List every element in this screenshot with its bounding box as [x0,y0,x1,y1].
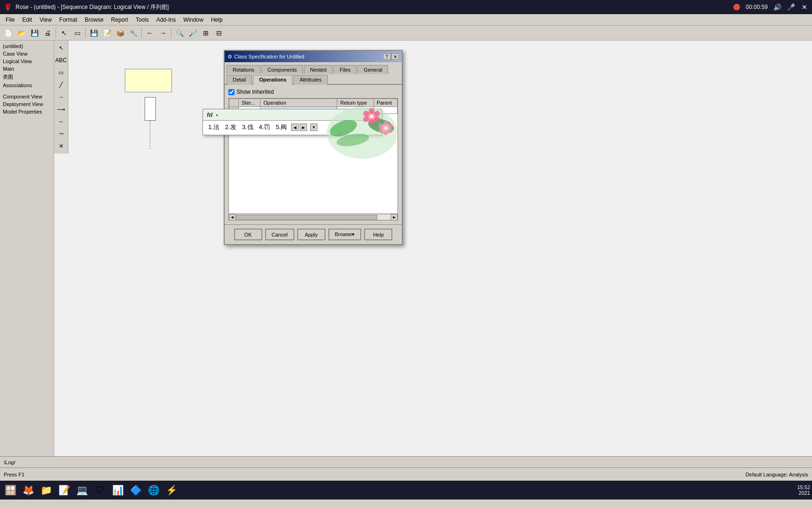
show-inherited-label: Show inherited [236,89,274,95]
left-panel: (untitled) Case View Logical View Main 类… [0,41,54,456]
tool-bidir[interactable]: ↔ [56,116,67,127]
close-button[interactable]: ✕ [801,3,808,11]
taskbar-app4[interactable]: 🔷 [127,482,144,499]
ok-button[interactable]: OK [234,229,262,240]
tool-rect[interactable]: ▭ [56,67,67,78]
toolbar-print[interactable]: 🖨 [41,27,54,39]
left-logical-view[interactable]: Logical View [0,57,54,65]
toolbar-forward[interactable]: → [157,27,169,39]
taskbar-folder[interactable]: 📁 [38,482,55,499]
toolbar-component[interactable]: 📦 [114,27,126,39]
dialog-help-btn[interactable]: ? [383,53,390,60]
left-main[interactable]: Main [0,65,54,73]
ac-prev-btn[interactable]: ◄ [291,123,299,131]
taskbar-app3[interactable]: 📊 [109,482,126,499]
tool-line[interactable]: ╱ [56,79,67,90]
audio-icon: 🔊 [773,3,781,11]
left-classdiag[interactable]: 类图 [0,73,54,82]
toolbar-back[interactable]: ← [144,27,156,39]
taskbar-word[interactable]: 📝 [56,482,73,499]
left-associations[interactable]: Associations [0,82,54,89]
ac-item-2[interactable]: 2.发 [224,123,238,132]
menu-format[interactable]: Format [56,16,81,24]
tab-nested[interactable]: Nested [304,65,333,74]
shape-yellow-rect[interactable] [125,69,172,92]
show-inherited-checkbox[interactable] [228,89,235,95]
tool-long-arrow[interactable]: ⟶ [56,104,67,115]
tab-relations[interactable]: Relations [227,65,260,74]
taskbar-app5[interactable]: 🌐 [145,482,162,499]
menu-browse[interactable]: Browse [81,16,107,24]
col-return-type[interactable]: Return type [337,99,374,107]
col-ster[interactable]: Ster... [239,99,260,107]
toolbar-new[interactable]: 📄 [2,27,14,39]
col-operation[interactable]: Operation [260,99,337,107]
left-case-view[interactable]: Case View [0,50,54,57]
tool-arrow[interactable]: → [56,91,67,103]
status-hint: Press F1 [4,472,24,477]
menu-file[interactable]: File [2,16,18,24]
scroll-left-arrow[interactable]: ◄ [229,214,235,221]
left-component-view[interactable]: Component View [0,93,54,100]
horizontal-scrollbar[interactable]: ◄ ► [229,213,398,220]
ac-item-4[interactable]: 4.罚 [258,123,272,132]
tool-delete[interactable]: ✕ [56,140,67,152]
taskbar-firefox[interactable]: 🦊 [20,482,37,499]
toolbar-more[interactable]: ⊟ [213,27,225,39]
tab-components[interactable]: Components [261,65,303,74]
menu-window[interactable]: Window [179,16,207,24]
toolbar-rect[interactable]: ▭ [71,27,83,39]
left-blank [0,89,54,93]
autocomplete-caret: ▸ [216,112,219,117]
dialog-close-btn[interactable]: ✕ [391,53,399,60]
main-layout: (untitled) Case View Logical View Main 类… [0,41,812,456]
toolbar-select[interactable]: ↖ [58,27,70,39]
scroll-right-arrow[interactable]: ► [391,214,398,221]
ac-dropdown-btn[interactable]: ▼ [310,123,317,131]
menu-edit[interactable]: Edit [18,16,36,24]
toolbar-deploy[interactable]: 🔧 [127,27,139,39]
ac-item-1[interactable]: 1.法 [207,123,221,132]
toolbar-save[interactable]: 💾 [28,27,41,39]
scroll-thumb[interactable] [236,215,377,220]
toolbar-zoom-in[interactable]: 🔍 [173,27,186,39]
tool-async[interactable]: ⤳ [56,128,67,139]
dialog-title-buttons: ? ✕ [383,53,399,60]
col-parent[interactable]: Parent [374,99,397,107]
cancel-button[interactable]: Cancel [265,229,294,240]
tab-attributes[interactable]: Attributes [293,75,327,85]
status-bar: Press F1 Default Language: Analysis [0,467,812,481]
left-model-properties[interactable]: Model Properties [0,108,54,115]
toolbar-doc[interactable]: 📝 [101,27,113,39]
apply-button[interactable]: Apply [297,229,325,240]
tab-general[interactable]: General [357,65,388,74]
autocomplete-popup: fd ▸ 1.法 2.发 3.伐 4.罚 5.阀 ◄ ► ▼ [203,109,382,135]
toolbar-save2[interactable]: 💾 [88,27,100,39]
menu-view[interactable]: View [36,16,56,24]
toolbar-fit[interactable]: ⊞ [200,27,212,39]
tab-detail[interactable]: Detail [227,75,252,85]
shape-white-rect[interactable] [145,97,156,121]
left-untitled[interactable]: (untitled) [0,42,54,50]
tool-text[interactable]: ABC [56,55,67,66]
ac-item-3[interactable]: 3.伐 [241,123,255,132]
toolbar-zoom-out[interactable]: 🔎 [187,27,199,39]
help-button[interactable]: Help [364,229,392,240]
tool-select[interactable]: ↖ [56,42,67,54]
menu-report[interactable]: Report [107,16,132,24]
taskbar-app6[interactable]: ⚡ [163,482,180,499]
toolbar-open[interactable]: 📂 [15,27,27,39]
menu-addins[interactable]: Add-Ins [153,16,179,24]
tab-operations[interactable]: Operations [253,75,292,85]
menu-tools[interactable]: Tools [132,16,153,24]
ac-next-btn[interactable]: ► [300,123,307,131]
tab-files[interactable]: Files [333,65,357,74]
taskbar-app1[interactable]: 💻 [73,482,90,499]
ac-item-5[interactable]: 5.阀 [274,123,288,132]
taskbar-app2[interactable]: 🛡 [91,482,108,499]
taskbar-start[interactable]: 🪟 [2,482,19,499]
browse-button[interactable]: Browse▾ [328,229,362,240]
dialog-tabs: Relations Components Nested Files Genera… [225,62,402,85]
menu-help[interactable]: Help [207,16,227,24]
left-deployment-view[interactable]: Deployment View [0,100,54,108]
